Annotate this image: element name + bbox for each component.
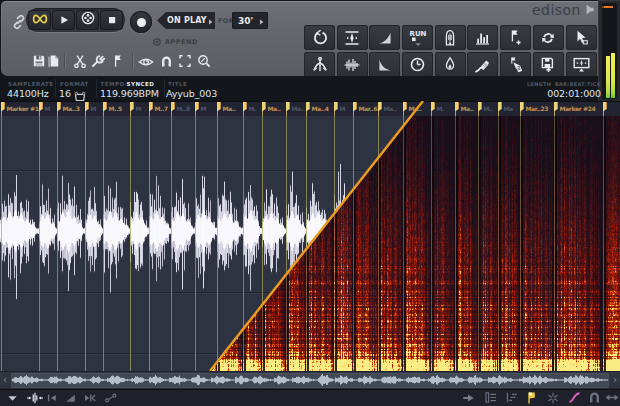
marker-flag	[286, 102, 290, 112]
overview-scrollbar[interactable]: ‹ ›	[0, 371, 620, 389]
marker-label: Ma..3	[63, 105, 80, 112]
marker-flag	[149, 102, 153, 112]
marker-flag	[478, 102, 482, 112]
ramp-button[interactable]	[60, 391, 80, 405]
speaker-icon	[583, 1, 597, 20]
wrench-button[interactable]	[89, 51, 105, 73]
h-arrows-icon	[604, 392, 620, 403]
marker-flag	[171, 102, 175, 112]
infobar-value-tempo[interactable]: 119.969BPM	[100, 88, 159, 99]
declick-button[interactable]	[337, 52, 368, 77]
zoom-button[interactable]	[196, 51, 212, 73]
convert-icon	[539, 30, 557, 46]
infobar-value-title[interactable]: Ayyub_003	[166, 88, 217, 99]
marker-flag	[520, 102, 524, 112]
waveform-spectrogram-view[interactable]	[0, 116, 620, 371]
select-brackets-button[interactable]	[177, 51, 193, 73]
save-as-button[interactable]	[533, 52, 564, 77]
marker-flag-button[interactable]	[110, 51, 126, 73]
scroll-right-arrow[interactable]: ›	[613, 374, 617, 386]
add-marker-button[interactable]	[500, 25, 531, 50]
stop-icon	[106, 11, 118, 30]
append-option[interactable]: APPEND	[152, 32, 198, 51]
marker-ruler[interactable]: Marker #1 M Ma..3 M M..5 M M..7 M..8 M M…	[0, 101, 620, 116]
time-button[interactable]	[402, 52, 433, 77]
record-mode-dropdown[interactable]: ON PLAY	[157, 12, 215, 29]
blur-button[interactable]	[435, 52, 466, 77]
infobar-label-title: TITLE	[168, 81, 187, 87]
marker-flag	[455, 102, 459, 112]
send-arrow-button[interactable]	[458, 391, 478, 405]
marker-label: M..5	[109, 105, 122, 112]
snap-end-button[interactable]	[80, 391, 100, 405]
flag-button[interactable]	[521, 391, 541, 405]
drag-selection-button[interactable]	[500, 52, 531, 77]
run-script-button[interactable]: RUN	[402, 25, 433, 50]
step-list-button[interactable]	[501, 391, 521, 405]
meter-knob[interactable]	[604, 6, 613, 8]
infobar-separator	[96, 79, 97, 97]
marker-label: Mar..23	[526, 105, 549, 112]
marker-flag	[403, 102, 407, 112]
link-icon[interactable]	[11, 14, 27, 34]
magnet-icon	[160, 53, 173, 72]
marker-flag-icon	[113, 53, 123, 72]
marker-label: Ma..	[292, 105, 305, 112]
bottom-toolbar	[0, 389, 620, 406]
denoise-button[interactable]	[435, 25, 466, 50]
amp-button[interactable]	[337, 25, 368, 50]
loop-icon	[31, 11, 49, 30]
infobar-value-samplerate[interactable]: 44100Hz	[7, 88, 49, 99]
file-tools	[1, 51, 301, 73]
noise-button[interactable]	[543, 391, 563, 405]
snap-start-button[interactable]	[42, 391, 62, 405]
bar-beat-tick-value[interactable]: 002:01:000	[547, 88, 601, 99]
stats-button[interactable]	[467, 25, 498, 50]
stop-button[interactable]	[100, 10, 123, 30]
wrench-icon	[90, 53, 105, 72]
run-script-icon: RUN	[407, 28, 429, 48]
send-to-playlist-button[interactable]	[566, 52, 597, 77]
infobar-value-format[interactable]: 16	[59, 88, 71, 99]
eye-button[interactable]	[138, 51, 154, 73]
play-button[interactable]	[52, 10, 75, 30]
record-button[interactable]	[130, 11, 152, 33]
infobar-label-tempo: TEMPO	[101, 81, 125, 87]
infobar-separator	[164, 79, 165, 97]
magnet-button[interactable]	[158, 51, 174, 73]
scroll-left-arrow[interactable]: ‹	[3, 374, 7, 386]
ramp-icon	[64, 392, 77, 404]
caret-down-icon	[6, 392, 19, 404]
loop-record-button[interactable]	[76, 10, 99, 30]
curve-button[interactable]	[564, 391, 584, 405]
marker-label: Marker #24	[560, 105, 596, 112]
caret-down-button[interactable]	[2, 391, 22, 405]
marker-flag	[217, 102, 221, 112]
level-meter	[602, 3, 617, 99]
fade-in-button[interactable]	[369, 25, 400, 50]
marker-label: M	[340, 105, 346, 112]
select-brackets-icon	[178, 53, 192, 72]
marker-label: M.	[437, 105, 445, 112]
tempo-synced-badge[interactable]: SYNCED	[127, 81, 155, 87]
infobar-label-bar-beat-tick: BAR:BEAT:TICK	[555, 81, 601, 87]
paint-button[interactable]	[467, 52, 498, 77]
chevron-right-icon	[207, 11, 214, 30]
cursor-tool-button[interactable]	[566, 25, 597, 50]
undo-button[interactable]	[304, 25, 335, 50]
record-time-dropdown[interactable]: 30'	[232, 12, 268, 29]
append-radio-icon	[152, 32, 162, 51]
scissors-button[interactable]	[72, 51, 88, 73]
magnet-dim-button[interactable]	[584, 391, 604, 405]
convert-button[interactable]	[533, 25, 564, 50]
convolver-button[interactable]	[304, 52, 335, 77]
h-arrows-button[interactable]	[602, 391, 620, 405]
add-marker-icon	[508, 29, 523, 46]
copy-button[interactable]	[45, 51, 61, 73]
link-points-button[interactable]	[101, 391, 121, 405]
infobar-label-format: FORMAT	[60, 81, 89, 87]
snap-list-button[interactable]	[480, 391, 500, 405]
send-to-playlist-icon	[572, 56, 591, 73]
loop-button[interactable]	[28, 10, 51, 30]
fade-out-button[interactable]	[369, 52, 400, 77]
